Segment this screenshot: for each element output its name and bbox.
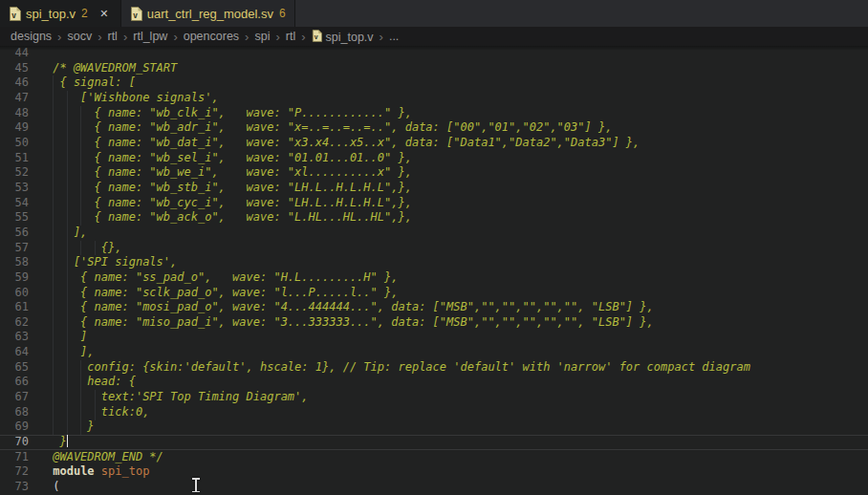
line-number: 63 (0, 330, 29, 345)
code-line-59[interactable]: 59 { name: "ss_pad_o", wave: "H.L.......… (0, 270, 868, 286)
gutter-margin (29, 450, 46, 465)
breadcrumb-item-rtl_lpw[interactable]: rtl_lpw (132, 30, 168, 43)
line-number: 62 (0, 315, 29, 331)
code-line-44[interactable]: 44 (0, 46, 868, 61)
chevron-right-icon: › (245, 30, 249, 44)
breadcrumb-item-rtl[interactable]: rtl (285, 30, 296, 43)
line-number: 59 (0, 270, 29, 286)
code-text: { name: "wb_sel_i", wave: "01.01...01..0… (46, 151, 412, 166)
tab-label: uart_ctrl_reg_model.sv (147, 7, 273, 21)
breadcrumb-item-designs[interactable]: designs (10, 30, 53, 43)
code-line-67[interactable]: 67 text:'SPI Top Timing Diagram', (0, 390, 868, 405)
gutter-margin (29, 255, 46, 270)
code-line-56[interactable]: 56 ], (0, 226, 868, 241)
code-line-46[interactable]: 46 { signal: [ (0, 75, 868, 91)
chevron-right-icon: › (173, 30, 177, 44)
svg-text:v: v (133, 10, 138, 19)
code-line-53[interactable]: 53 { name: "wb_stb_i", wave: "LH.L..H.L.… (0, 181, 868, 196)
chevron-right-icon: › (380, 30, 383, 44)
code-text: { name: "wb_dat_i", wave: "x3.x4...x5..x… (46, 136, 640, 151)
line-number: 66 (0, 375, 29, 390)
gutter-margin (29, 151, 46, 166)
line-number: 68 (0, 405, 29, 420)
svg-text:v: v (314, 32, 318, 41)
breadcrumb: designs›socv›rtl›rtl_lpw›opencores›spi›r… (0, 27, 868, 46)
gutter-margin (29, 181, 46, 196)
code-line-73[interactable]: 73 ( (0, 480, 868, 495)
code-text: { name: "sclk_pad_o", wave: "l...P.....l… (46, 286, 398, 301)
code-text: ['SPI signals', (46, 255, 177, 270)
breadcrumb-item-rtl[interactable]: rtl (106, 30, 118, 43)
code-line-71[interactable]: 71 @WAVEDROM_END */ (0, 450, 868, 465)
line-number: 57 (0, 241, 29, 256)
code-line-47[interactable]: 47 ['Wishbone signals', (0, 91, 868, 106)
line-number: 49 (0, 120, 29, 136)
code-line-60[interactable]: 60 { name: "sclk_pad_o", wave: "l...P...… (0, 286, 868, 301)
gutter-margin (29, 165, 46, 181)
line-number: 61 (0, 300, 29, 315)
breadcrumb-item-spi[interactable]: spi (253, 30, 271, 43)
code-line-62[interactable]: 62 { name: "miso_pad_i", wave: "3...3333… (0, 315, 868, 331)
code-text: ] (46, 330, 87, 345)
code-line-58[interactable]: 58 ['SPI signals', (0, 255, 868, 270)
editor-tab-spi_top.v[interactable]: vspi_top.v2✕ (0, 0, 121, 27)
line-number: 73 (0, 480, 29, 495)
chevron-right-icon: › (275, 30, 279, 44)
breadcrumb-item-socv[interactable]: socv (66, 30, 93, 43)
gutter-margin (29, 300, 46, 315)
code-line-66[interactable]: 66 head: { (0, 375, 868, 390)
code-editor[interactable]: 4445 /* @WAVEDROM_START46 { signal: [47 … (0, 46, 868, 495)
svg-text:v: v (11, 10, 16, 19)
code-text: { signal: [ (46, 75, 136, 91)
gutter-margin (29, 390, 46, 405)
code-text: } (46, 435, 68, 450)
code-line-68[interactable]: 68 tick:0, (0, 405, 868, 420)
code-line-55[interactable]: 55 { name: "wb_ack_o", wave: "L.HL...HL.… (0, 210, 868, 226)
line-number: 50 (0, 136, 29, 151)
code-text: @WAVEDROM_END */ (46, 450, 163, 465)
code-line-51[interactable]: 51 { name: "wb_sel_i", wave: "01.01...01… (0, 151, 868, 166)
gutter-margin (29, 241, 46, 256)
code-line-65[interactable]: 65 config: {skin:'default', hscale: 1}, … (0, 360, 868, 376)
code-line-61[interactable]: 61 { name: "mosi_pad_o", wave: "4...4444… (0, 300, 868, 315)
code-line-64[interactable]: 64 ], (0, 345, 868, 360)
code-line-52[interactable]: 52 { name: "wb_we_i", wave: "xl.........… (0, 165, 868, 181)
code-text: } (46, 420, 95, 435)
breadcrumb-item-...[interactable]: ... (388, 30, 400, 43)
verilog-file-icon: v (312, 30, 322, 42)
editor-tab-bar: vspi_top.v2✕vuart_ctrl_reg_model.sv6 (0, 0, 868, 27)
code-line-70[interactable]: 70 } (0, 435, 868, 450)
code-lines: 4445 /* @WAVEDROM_START46 { signal: [47 … (0, 46, 868, 495)
code-text: { name: "wb_we_i", wave: "xl..........x"… (46, 165, 412, 181)
line-number: 67 (0, 390, 29, 405)
breadcrumb-label: rtl (286, 30, 295, 43)
verilog-file-icon: v (130, 7, 142, 21)
gutter-margin (29, 91, 46, 106)
line-number: 65 (0, 360, 29, 376)
breadcrumb-label: spi (254, 30, 270, 43)
problems-count-badge: 6 (279, 7, 286, 20)
gutter-margin (29, 120, 46, 136)
breadcrumb-item-spi_top.v[interactable]: vspi_top.v (311, 29, 375, 44)
line-number: 56 (0, 226, 29, 241)
gutter-margin (29, 405, 46, 420)
code-line-63[interactable]: 63 ] (0, 330, 868, 345)
code-text: ['Wishbone signals', (46, 91, 219, 106)
line-number: 48 (0, 106, 29, 121)
code-line-45[interactable]: 45 /* @WAVEDROM_START (0, 61, 868, 76)
line-number: 70 (0, 435, 29, 450)
breadcrumb-item-opencores[interactable]: opencores (183, 30, 240, 43)
gutter-margin (29, 286, 46, 301)
gutter-margin (29, 136, 46, 151)
code-line-48[interactable]: 48 { name: "wb_clk_i", wave: "P.........… (0, 106, 868, 121)
code-line-49[interactable]: 49 { name: "wb_adr_i", wave: "x=..=..=..… (0, 120, 868, 136)
code-line-69[interactable]: 69 } (0, 420, 868, 435)
breadcrumb-label: opencores (184, 30, 239, 43)
code-line-50[interactable]: 50 { name: "wb_dat_i", wave: "x3.x4...x5… (0, 136, 868, 151)
code-text: ], (46, 345, 95, 360)
tab-close-icon[interactable]: ✕ (97, 6, 112, 21)
editor-tab-uart_ctrl_reg_model.sv[interactable]: vuart_ctrl_reg_model.sv6 (121, 0, 295, 27)
code-line-72[interactable]: 72 module spi_top (0, 464, 868, 480)
code-line-54[interactable]: 54 { name: "wb_cyc_i", wave: "LH.L..H.L.… (0, 196, 868, 211)
code-line-57[interactable]: 57 {}, (0, 241, 868, 256)
